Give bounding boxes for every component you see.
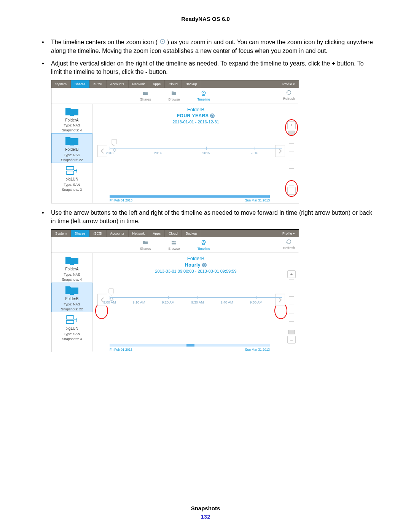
tab-system[interactable]: System: [51, 230, 71, 237]
subnav-browse-label: Browse: [168, 97, 180, 102]
refresh-icon: [286, 239, 292, 245]
range-labels: Fri Feb 01 2013 Sun Mar 31 2013: [110, 348, 270, 352]
range-bar[interactable]: [110, 195, 270, 198]
sidebar-item-snap: Snapshots: 3: [53, 337, 91, 341]
profile-menu[interactable]: Profile ▾: [279, 230, 299, 237]
tick-label: 2013: [106, 151, 113, 155]
sidebar-item-type: Type: NAS: [53, 272, 91, 277]
tab-shares[interactable]: Shares: [71, 80, 90, 88]
timeline-header: FolderB FOUR YEARS 2013-01-01 - 2016-12-…: [93, 104, 299, 125]
slider-rail[interactable]: [291, 280, 292, 334]
folder-icon: [142, 240, 148, 246]
sidebar-item-folderb[interactable]: FolderB Type: NAS Snapshots: 22: [51, 283, 92, 312]
screenshot-years: System Shares iSCSI Accounts Network App…: [51, 80, 299, 203]
svg-rect-9: [70, 145, 74, 145]
slider-plus-button[interactable]: +: [287, 270, 296, 278]
tab-iscsi[interactable]: iSCSI: [90, 230, 107, 237]
timeline-range: 2013-01-01 - 2016-12-31: [93, 119, 299, 125]
slider-thumb[interactable]: [288, 330, 295, 334]
sidebar-item-foldera[interactable]: FolderA Type: NAS Snapshots: 4: [51, 253, 92, 283]
subnav-browse[interactable]: Browse: [168, 90, 180, 102]
tab-apps[interactable]: Apps: [149, 80, 165, 88]
timeline-mode: Hourly: [185, 262, 207, 268]
screenshot-hourly: System Shares iSCSI Accounts Network App…: [51, 229, 299, 352]
folder-icon: [65, 106, 79, 117]
tab-network[interactable]: Network: [129, 80, 149, 88]
timeline-pane: FolderB Hourly 2013-03-01 09:00:00 - 201…: [93, 253, 299, 352]
sidebar-item-foldera[interactable]: FolderA Type: NAS Snapshots: 4: [51, 104, 92, 134]
sidebar-item-type: Type: SAN: [53, 182, 91, 187]
slider-minus-button[interactable]: –: [287, 336, 296, 343]
subnav: Shares Browse Timeline Refresh: [51, 88, 299, 104]
zoom-target-icon: [159, 38, 166, 47]
refresh-button[interactable]: Refresh: [283, 239, 295, 250]
tab-apps[interactable]: Apps: [149, 230, 165, 237]
svg-rect-6: [172, 93, 176, 95]
vertical-slider[interactable]: + –: [287, 270, 296, 343]
tab-backup[interactable]: Backup: [182, 230, 201, 237]
tick-label: 9:50 AM: [250, 300, 263, 305]
range-fill: [186, 344, 194, 347]
tab-system[interactable]: System: [51, 80, 71, 88]
tick-label: 9:20 AM: [162, 300, 175, 305]
refresh-label: Refresh: [283, 246, 295, 250]
tick-label: 9:10 AM: [132, 300, 145, 305]
subnav-timeline[interactable]: Timeline: [197, 240, 210, 251]
subnav-timeline[interactable]: Timeline: [197, 90, 210, 102]
timeline-axis: 2013 2014 2015 2016: [110, 148, 282, 149]
timeline-pointer[interactable]: [108, 288, 114, 296]
tick-label: 2016: [251, 151, 258, 155]
sidebar-item-folderb[interactable]: FolderB Type: NAS Snapshots: 22: [51, 133, 92, 163]
clock-badge-icon: [202, 263, 207, 267]
subnav-shares[interactable]: Shares: [140, 240, 151, 251]
bullet-list-2: Use the arrow buttons to the left and ri…: [38, 209, 373, 226]
slider-thumb[interactable]: [288, 131, 295, 135]
timeline-track[interactable]: 2013 2014 2015 2016: [110, 148, 282, 174]
footer-rule: [38, 499, 373, 499]
browse-icon: [171, 90, 177, 96]
subnav-browse[interactable]: Browse: [168, 240, 180, 251]
svg-rect-17: [172, 243, 176, 244]
bullet-3: Use the arrow buttons to the left and ri…: [38, 209, 373, 226]
tab-accounts[interactable]: Accounts: [107, 80, 129, 88]
sidebar-item-type: Type: NAS: [53, 302, 91, 307]
tab-backup[interactable]: Backup: [182, 80, 201, 88]
range-bar[interactable]: [110, 344, 270, 347]
timeline-folder-name: FolderB: [93, 106, 299, 113]
sidebar-item-snap: Snapshots: 3: [53, 187, 91, 192]
tab-accounts[interactable]: Accounts: [107, 230, 129, 237]
timeline-track[interactable]: 9:00 AM 9:10 AM 9:20 AM 9:30 AM 9:40 AM …: [110, 297, 282, 324]
sidebar-item-biglun[interactable]: bigLUN Type: SAN Snapshots: 3: [51, 312, 92, 342]
range-fill: [110, 195, 270, 198]
tab-cloud[interactable]: Cloud: [165, 80, 182, 88]
svg-rect-8: [70, 115, 74, 116]
subnav-shares[interactable]: Shares: [140, 90, 151, 102]
profile-menu[interactable]: Profile ▾: [279, 80, 299, 88]
range-labels: Fri Feb 01 2013 Sun Mar 31 2013: [110, 198, 270, 203]
tab-cloud[interactable]: Cloud: [165, 230, 182, 237]
svg-rect-19: [70, 264, 74, 265]
svg-point-12: [113, 149, 116, 152]
sidebar-item-label: bigLUN: [53, 177, 91, 182]
sidebar: FolderA Type: NAS Snapshots: 4 FolderB T…: [51, 253, 93, 352]
lun-icon: [65, 315, 79, 325]
vertical-slider[interactable]: + –: [287, 121, 296, 195]
clock-icon: [201, 240, 207, 246]
timeline-folder-name: FolderB: [93, 255, 299, 262]
slider-plus-button[interactable]: +: [287, 121, 296, 129]
tab-shares[interactable]: Shares: [71, 230, 90, 237]
tick-label: 2014: [154, 151, 162, 155]
clock-badge-icon: [210, 113, 215, 118]
sidebar-item-biglun[interactable]: bigLUN Type: SAN Snapshots: 3: [51, 163, 92, 193]
refresh-button[interactable]: Refresh: [283, 89, 295, 101]
tab-iscsi[interactable]: iSCSI: [90, 80, 107, 88]
slider-minus-button[interactable]: –: [287, 187, 296, 195]
tab-network[interactable]: Network: [129, 230, 149, 237]
timeline-mode: FOUR YEARS: [177, 113, 215, 119]
slider-rail[interactable]: [291, 131, 292, 185]
sidebar-item-snap: Snapshots: 4: [53, 277, 91, 282]
timeline-pointer[interactable]: [111, 139, 117, 147]
sidebar-item-label: FolderB: [53, 147, 91, 152]
subnav-browse-label: Browse: [168, 246, 180, 251]
folder-icon: [65, 285, 79, 296]
